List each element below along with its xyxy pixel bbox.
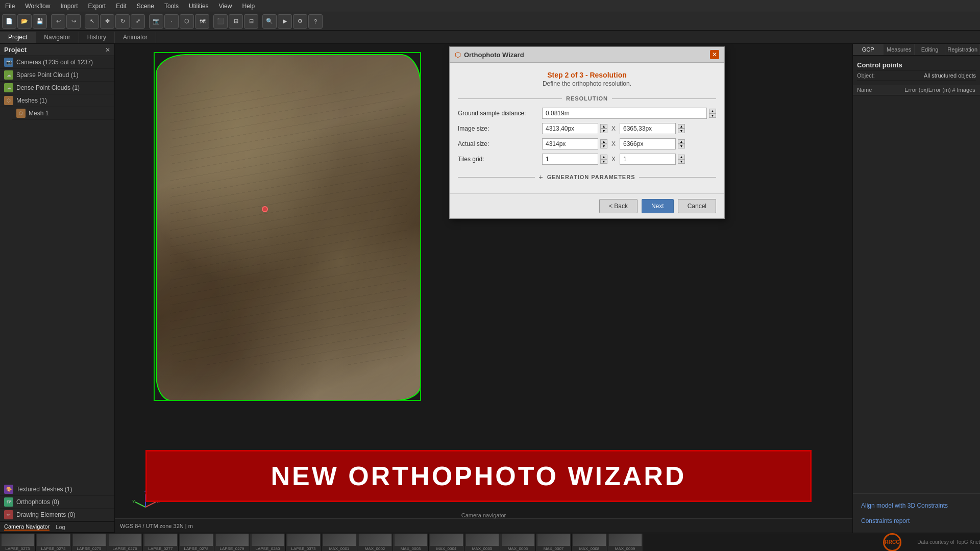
tb-scale[interactable]: ⤢: [131, 14, 145, 29]
image-size-h-down[interactable]: ▼: [678, 129, 685, 133]
tiles-h-up[interactable]: ▲: [678, 155, 685, 159]
actual-size-h-up[interactable]: ▲: [678, 139, 685, 144]
film-thumb-3[interactable]: LAPSE_0276: [107, 534, 143, 551]
film-thumb-2[interactable]: LAPSE_0275: [71, 534, 107, 551]
film-thumb-11[interactable]: MAX_0003: [393, 534, 429, 551]
actual-size-h-input[interactable]: [620, 138, 676, 149]
tb-view2[interactable]: ⊞: [229, 14, 243, 29]
tiles-w-input[interactable]: [542, 154, 598, 165]
tb-zoomin[interactable]: 🔍: [262, 14, 277, 29]
menu-export[interactable]: Export: [83, 2, 111, 11]
cancel-button[interactable]: Cancel: [678, 199, 716, 213]
film-thumb-14[interactable]: MAX_0006: [500, 534, 536, 551]
menu-edit[interactable]: Edit: [111, 2, 132, 11]
tb-settings[interactable]: ⚙: [293, 14, 307, 29]
tree-drawing-elements[interactable]: ✏ Drawing Elements (0): [0, 509, 114, 521]
gsd-spin-down[interactable]: ▼: [709, 113, 716, 118]
tab-animator[interactable]: Animator: [115, 32, 156, 43]
tb-point[interactable]: ·: [164, 14, 179, 29]
tb-undo[interactable]: ↩: [51, 14, 65, 29]
menu-tools[interactable]: Tools: [159, 2, 184, 11]
actual-size-w-input[interactable]: [542, 138, 598, 149]
next-button[interactable]: Next: [642, 199, 674, 213]
tb-ortho[interactable]: 🗺: [195, 14, 209, 29]
right-tab-measures[interactable]: Measures: [884, 44, 914, 55]
tree-textured-meshes[interactable]: 🎨 Textured Meshes (1): [0, 483, 114, 496]
tab-navigator[interactable]: Navigator: [36, 32, 79, 43]
film-thumb-5[interactable]: LAPSE_0278: [179, 534, 214, 551]
section-title-row: Control points: [857, 60, 976, 71]
tb-view3[interactable]: ⊟: [244, 14, 258, 29]
gsd-input[interactable]: [542, 108, 707, 119]
film-label-2: LAPSE_0275: [77, 546, 101, 551]
image-size-h-input[interactable]: [620, 123, 676, 134]
image-size-w-down[interactable]: ▼: [600, 129, 607, 133]
actual-size-w-down[interactable]: ▼: [600, 144, 607, 148]
image-size-w-up[interactable]: ▲: [600, 124, 607, 129]
film-thumb-15[interactable]: MAX_0007: [536, 534, 572, 551]
film-thumb-7[interactable]: LAPSE_0280: [250, 534, 286, 551]
project-close-btn[interactable]: ✕: [105, 46, 110, 54]
tb-help[interactable]: ?: [308, 14, 323, 29]
actual-size-w-up[interactable]: ▲: [600, 139, 607, 144]
tb-redo[interactable]: ↪: [66, 14, 81, 29]
menu-file[interactable]: File: [0, 2, 20, 11]
tb-move[interactable]: ✥: [100, 14, 114, 29]
tb-select[interactable]: ↖: [85, 14, 99, 29]
main-layout: Project ✕ 📷 Cameras (1235 out of 1237) ☁…: [0, 44, 980, 533]
film-thumb-9[interactable]: MAX_0001: [322, 534, 357, 551]
log-tab[interactable]: Log: [56, 524, 65, 530]
tab-history[interactable]: History: [79, 32, 115, 43]
film-thumb-6[interactable]: LAPSE_0279: [214, 534, 250, 551]
right-tab-gcp[interactable]: GCP: [853, 44, 884, 55]
camera-navigator-tab[interactable]: Camera Navigator: [4, 523, 50, 531]
film-thumb-13[interactable]: MAX_0005: [464, 534, 500, 551]
right-tab-registration[interactable]: Registration: [945, 44, 980, 55]
wizard-close-button[interactable]: ✕: [710, 50, 719, 59]
constraints-report-link[interactable]: Constraints report: [857, 513, 976, 529]
film-thumb-8[interactable]: LAPSE_0373: [286, 534, 322, 551]
menu-help[interactable]: Help: [237, 2, 260, 11]
right-tab-editing[interactable]: Editing: [915, 44, 945, 55]
tb-rotate[interactable]: ↻: [115, 14, 130, 29]
tree-mesh1[interactable]: ⬡ Mesh 1: [12, 107, 114, 120]
tb-view1[interactable]: ⬛: [213, 14, 228, 29]
tiles-w-down[interactable]: ▼: [600, 159, 607, 164]
tree-meshes[interactable]: ⬡ Meshes (1): [0, 94, 114, 107]
wizard-dialog[interactable]: ⬡ Orthophoto Wizard ✕ Step 2 of 3 - Reso…: [449, 46, 725, 219]
actual-size-h-down[interactable]: ▼: [678, 144, 685, 148]
image-size-w-input[interactable]: [542, 123, 598, 134]
tab-project[interactable]: Project: [0, 32, 36, 43]
tiles-h-input[interactable]: [620, 154, 676, 165]
tiles-w-up[interactable]: ▲: [600, 155, 607, 159]
film-thumb-0[interactable]: LAPSE_0273: [0, 534, 36, 551]
tree-orthophotos[interactable]: 🗺 Orthophotos (0): [0, 496, 114, 509]
tb-mesh[interactable]: ⬡: [180, 14, 194, 29]
gsd-spin-up[interactable]: ▲: [709, 109, 716, 113]
film-thumb-12[interactable]: MAX_0004: [429, 534, 464, 551]
tb-new[interactable]: 📄: [2, 14, 16, 29]
tb-save[interactable]: 💾: [33, 14, 47, 29]
align-model-link[interactable]: Align model with 3D Constraints: [857, 498, 976, 513]
menu-utilities[interactable]: Utilities: [184, 2, 214, 11]
viewport[interactable]: X Y Z NEW ORTHOPHOTO WIZARD Camera navig…: [115, 44, 852, 533]
menu-import[interactable]: Import: [55, 2, 83, 11]
tb-open[interactable]: 📂: [17, 14, 32, 29]
tiles-h-down[interactable]: ▼: [678, 159, 685, 164]
tree-sparse-cloud[interactable]: ☁ Sparse Point Cloud (1): [0, 69, 114, 82]
tb-cam[interactable]: 📷: [149, 14, 163, 29]
film-thumb-4[interactable]: LAPSE_0277: [143, 534, 179, 551]
image-size-h-up[interactable]: ▲: [678, 124, 685, 129]
film-thumb-1[interactable]: LAPSE_0274: [36, 534, 71, 551]
menu-scene[interactable]: Scene: [132, 2, 159, 11]
back-button[interactable]: < Back: [599, 199, 638, 213]
film-thumb-10[interactable]: MAX_0002: [357, 534, 393, 551]
gen-params-header[interactable]: + GENERATION PARAMETERS: [458, 173, 716, 181]
tree-cameras[interactable]: 📷 Cameras (1235 out of 1237): [0, 56, 114, 69]
menu-workflow[interactable]: Workflow: [20, 2, 55, 11]
film-thumb-17[interactable]: MAX_0009: [607, 534, 643, 551]
film-thumb-16[interactable]: MAX_0008: [572, 534, 607, 551]
menu-view[interactable]: View: [214, 2, 237, 11]
tb-render[interactable]: ▶: [278, 14, 292, 29]
tree-dense-cloud[interactable]: ☁ Dense Point Clouds (1): [0, 82, 114, 94]
